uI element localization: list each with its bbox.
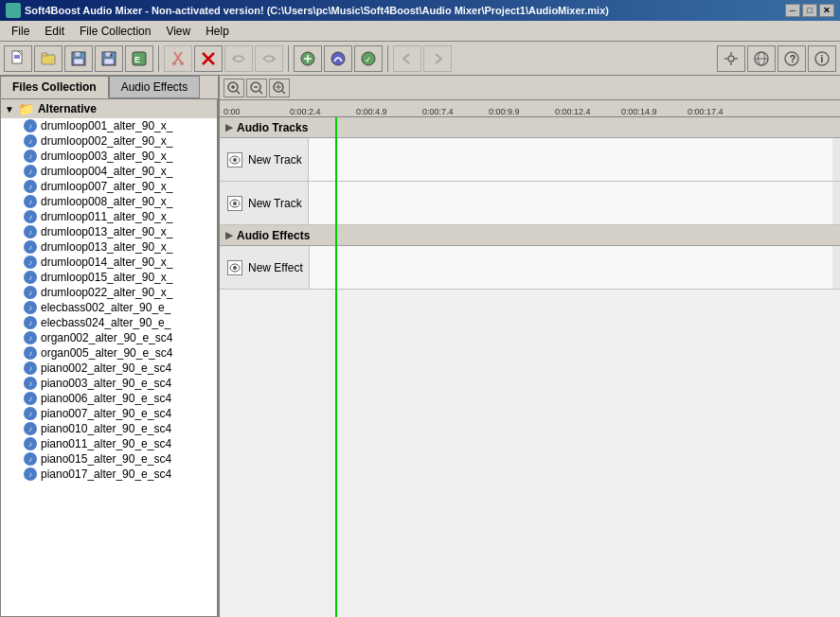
audio-tracks-arrow-icon: ▶ <box>225 122 233 132</box>
svg-line-44 <box>259 91 262 94</box>
network-button[interactable] <box>747 45 776 72</box>
tree-item-label: piano002_alter_90_e_sc4 <box>41 361 171 375</box>
effect1-content[interactable] <box>309 246 832 289</box>
tree-item-label: piano007_alter_90_e_sc4 <box>41 407 171 420</box>
tree-root: ▼ 📁 Alternative <box>1 99 217 118</box>
tree-item[interactable]: ♪drumloop007_alter_90_x_ <box>1 179 217 194</box>
tree-item[interactable]: ♪piano002_alter_90_e_sc4 <box>1 361 217 376</box>
undo-wave-button[interactable] <box>224 45 253 72</box>
tree-item-label: drumloop003_alter_90_x_ <box>41 150 172 163</box>
tree-item[interactable]: ♪drumloop013_alter_90_x_ <box>1 224 217 239</box>
new-button[interactable] <box>4 45 32 72</box>
tab-files-collection[interactable]: Files Collection <box>0 76 109 98</box>
redo-nav-button[interactable] <box>423 45 452 72</box>
audio-tracks-header: ▶ Audio Tracks <box>220 117 840 138</box>
tree-item-label: elecbass002_alter_90_e_ <box>41 301 170 314</box>
help-button[interactable]: ? <box>777 45 806 72</box>
zoom-out-button[interactable] <box>246 79 267 97</box>
tree-item[interactable]: ♪piano006_alter_90_e_sc4 <box>1 391 217 406</box>
tree-item[interactable]: ♪drumloop001_alter_90_x_ <box>1 118 217 133</box>
cut-button[interactable] <box>164 45 192 72</box>
effect1-button[interactable] <box>294 45 322 72</box>
menu-bar: File Edit File Collection View Help <box>0 21 840 42</box>
tree-item-label: piano017_alter_90_e_sc4 <box>41 467 171 481</box>
open-button[interactable] <box>34 45 63 72</box>
title-text: Soft4Boost Audio Mixer - Non-activated v… <box>25 5 609 16</box>
tree-item[interactable]: ♪piano007_alter_90_e_sc4 <box>1 406 217 421</box>
tree-item[interactable]: ♪drumloop015_alter_90_x_ <box>1 270 217 285</box>
zoom-fit-button[interactable] <box>269 79 290 97</box>
effect1-visibility-button[interactable] <box>227 260 242 275</box>
svg-line-48 <box>282 91 285 94</box>
undo-nav-button[interactable] <box>393 45 421 72</box>
window-controls: ─ □ ✕ <box>785 4 834 17</box>
tree-item[interactable]: ♪piano015_alter_90_e_sc4 <box>1 451 217 467</box>
effect3-button[interactable]: ✓ <box>354 45 383 72</box>
tree-item[interactable]: ♪piano011_alter_90_e_sc4 <box>1 436 217 451</box>
menu-file[interactable]: File <box>4 23 37 40</box>
track1-content[interactable] <box>308 138 832 181</box>
tree-item[interactable]: ♪drumloop003_alter_90_x_ <box>1 149 217 164</box>
track-area[interactable]: ▶ Audio Tracks New Track New Track ▶ <box>220 117 840 617</box>
track-row-1: New Track <box>220 138 840 182</box>
maximize-button[interactable]: □ <box>802 4 817 17</box>
audio-file-icon: ♪ <box>24 286 37 299</box>
save-button[interactable] <box>64 45 93 72</box>
tree-item[interactable]: ♪drumloop008_alter_90_x_ <box>1 194 217 209</box>
app-icon <box>6 3 21 18</box>
ruler-marks: 0:000:00:2.40:00:4.90:00:7.40:00:9.90:00… <box>223 107 840 116</box>
tree-item[interactable]: ♪elecbass024_alter_90_e_ <box>1 315 217 330</box>
track2-content[interactable] <box>308 182 832 224</box>
menu-view[interactable]: View <box>158 23 198 40</box>
save-as-button[interactable]: + <box>95 45 123 72</box>
audio-file-icon: ♪ <box>24 195 37 208</box>
menu-file-collection[interactable]: File Collection <box>72 23 158 40</box>
tree-item[interactable]: ♪drumloop011_alter_90_x_ <box>1 209 217 224</box>
audio-file-icon: ♪ <box>24 256 37 269</box>
tree-item[interactable]: ♪organ005_alter_90_e_sc4 <box>1 345 217 361</box>
ruler-mark: 0:00:14.9 <box>621 107 688 116</box>
menu-edit[interactable]: Edit <box>37 23 72 40</box>
main-toolbar: + E ✓ ? i <box>0 42 840 76</box>
about-button[interactable]: i <box>808 45 836 72</box>
tree-item[interactable]: ♪piano017_alter_90_e_sc4 <box>1 467 217 482</box>
tree-item[interactable]: ♪drumloop014_alter_90_x_ <box>1 255 217 270</box>
audio-file-icon: ♪ <box>24 271 37 284</box>
tree-item-label: drumloop013_alter_90_x_ <box>41 240 172 254</box>
file-tree[interactable]: ▼ 📁 Alternative ♪drumloop001_alter_90_x_… <box>0 98 218 617</box>
tree-item[interactable]: ♪drumloop022_alter_90_x_ <box>1 285 217 300</box>
close-button[interactable]: ✕ <box>819 4 834 17</box>
tab-audio-effects[interactable]: Audio Effects <box>109 76 201 98</box>
redo-wave-button[interactable] <box>255 45 283 72</box>
delete-button[interactable] <box>194 45 223 72</box>
audio-tracks-label: Audio Tracks <box>237 121 308 134</box>
audio-file-icon: ♪ <box>24 119 37 132</box>
export-button[interactable]: E <box>125 45 153 72</box>
settings-button[interactable] <box>717 45 745 72</box>
svg-rect-4 <box>42 53 47 56</box>
ruler-mark: 0:00:4.9 <box>356 107 422 116</box>
svg-point-17 <box>180 62 184 65</box>
svg-text:?: ? <box>790 54 795 64</box>
menu-help[interactable]: Help <box>198 23 237 40</box>
expand-icon[interactable]: ▼ <box>5 104 14 115</box>
audio-effects-label: Audio Effects <box>237 229 310 242</box>
effect2-button[interactable] <box>324 45 352 72</box>
tree-item[interactable]: ♪drumloop013_alter_90_x_ <box>1 239 217 255</box>
svg-text:i: i <box>821 54 824 64</box>
minimize-button[interactable]: ─ <box>785 4 800 17</box>
tree-item-label: piano010_alter_90_e_sc4 <box>41 422 171 435</box>
zoom-in-button[interactable] <box>223 79 244 97</box>
tree-item[interactable]: ♪piano003_alter_90_e_sc4 <box>1 376 217 391</box>
folder-icon: 📁 <box>18 101 34 116</box>
tree-item[interactable]: ♪piano010_alter_90_e_sc4 <box>1 421 217 436</box>
track-row-2: New Track <box>220 182 840 225</box>
tree-item[interactable]: ♪elecbass002_alter_90_e_ <box>1 300 217 315</box>
track2-visibility-button[interactable] <box>227 196 242 211</box>
tree-item[interactable]: ♪drumloop004_alter_90_x_ <box>1 164 217 179</box>
tree-item[interactable]: ♪organ002_alter_90_e_sc4 <box>1 330 217 345</box>
tree-item[interactable]: ♪drumloop002_alter_90_x_ <box>1 133 217 149</box>
tree-item-label: drumloop008_alter_90_x_ <box>41 195 172 208</box>
track1-visibility-button[interactable] <box>227 152 242 167</box>
audio-file-icon: ♪ <box>24 225 37 238</box>
